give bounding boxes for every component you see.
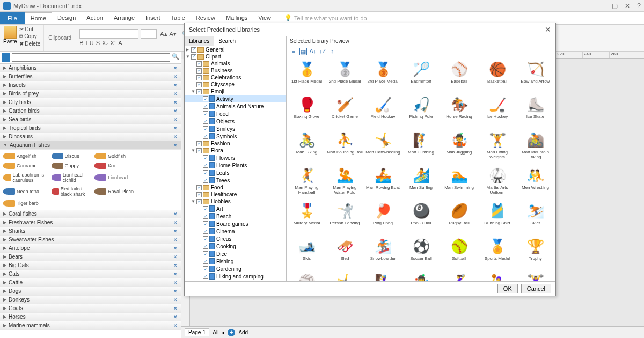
cut-button[interactable]: ✂ Cut bbox=[19, 26, 41, 32]
close-category-icon[interactable]: ✕ bbox=[173, 263, 178, 268]
library-item[interactable]: 🏆Trophy bbox=[517, 237, 553, 271]
close-category-icon[interactable]: ✕ bbox=[173, 306, 178, 311]
shape-item[interactable]: Discus bbox=[50, 152, 92, 160]
library-item[interactable]: ⚽Soccer Ball bbox=[403, 237, 439, 271]
tree-checkbox[interactable]: ✓ bbox=[203, 170, 208, 175]
tree-toggle-icon[interactable]: ▼ bbox=[186, 54, 191, 59]
all-pages-label[interactable]: All bbox=[213, 329, 218, 335]
library-item[interactable]: 🎣Fishing Pole bbox=[403, 95, 439, 129]
category-item[interactable]: ▶Cattle✕ bbox=[0, 278, 181, 287]
close-category-icon[interactable]: ✕ bbox=[173, 237, 178, 243]
tree-node[interactable]: ✓Flowers bbox=[185, 154, 286, 161]
close-category-icon[interactable]: ✕ bbox=[173, 117, 178, 122]
library-item[interactable]: 🤸‍♀️ bbox=[327, 272, 363, 281]
library-item[interactable]: 🤹‍♀️ bbox=[403, 272, 439, 281]
category-item[interactable]: ▶Sweatwater Fishes✕ bbox=[0, 236, 181, 244]
library-item[interactable]: 🛷Sled bbox=[327, 237, 363, 271]
library-item[interactable]: 🏄Man Surfing bbox=[403, 166, 439, 200]
font-select[interactable] bbox=[79, 29, 138, 39]
format-s-button[interactable]: S bbox=[96, 40, 100, 47]
tree-node[interactable]: ✓Home Plants bbox=[185, 161, 286, 169]
menu-tab-design[interactable]: Design bbox=[52, 12, 81, 24]
category-item[interactable]: ▶Donkeys✕ bbox=[0, 296, 181, 304]
tree-node[interactable]: ✓Animals bbox=[185, 60, 286, 67]
format-x¹-button[interactable]: X¹ bbox=[110, 40, 116, 47]
tree-checkbox[interactable]: ✓ bbox=[196, 61, 202, 67]
library-item[interactable]: ⛷️Skier bbox=[517, 201, 553, 236]
tree-node[interactable]: ✓Board games bbox=[185, 220, 286, 227]
tree-node[interactable]: ✓Hiking and camping bbox=[185, 273, 286, 280]
tree-checkbox[interactable]: ✓ bbox=[191, 54, 196, 60]
library-item[interactable]: 🎱Pool 8 Ball bbox=[403, 201, 439, 236]
menu-tab-action[interactable]: Action bbox=[81, 12, 108, 24]
category-item[interactable]: ▶Goats✕ bbox=[0, 304, 181, 313]
close-category-icon[interactable]: ✕ bbox=[173, 297, 178, 303]
tree-node[interactable]: ✓Art bbox=[185, 205, 286, 212]
sort-desc-icon[interactable]: ↓Z bbox=[319, 48, 326, 55]
close-category-icon[interactable]: ✕ bbox=[173, 100, 178, 105]
tree-checkbox[interactable]: ✓ bbox=[203, 244, 208, 249]
search-icon[interactable]: 🔍 bbox=[172, 53, 179, 62]
category-item[interactable]: ▶Dogs✕ bbox=[0, 287, 181, 296]
library-item[interactable]: 🚵Man Mountain Biking bbox=[517, 130, 553, 165]
shape-item[interactable]: Koi bbox=[93, 161, 135, 170]
shrink-font-icon[interactable]: A▾ bbox=[170, 31, 177, 38]
shape-item[interactable]: Guppy bbox=[50, 161, 92, 170]
panel-toggle-icon[interactable] bbox=[2, 53, 10, 62]
tree-checkbox[interactable]: ✓ bbox=[203, 274, 208, 279]
shape-item[interactable]: Labidochromis caeruleus bbox=[2, 171, 49, 184]
library-item[interactable]: 🏓Ping Pong bbox=[365, 201, 401, 236]
tree-checkbox[interactable]: ✓ bbox=[203, 178, 208, 183]
library-item[interactable]: 🏀Basketball bbox=[479, 60, 515, 94]
tree-node[interactable]: ✓Gardening bbox=[185, 265, 286, 273]
help-icon[interactable]: ? bbox=[637, 2, 641, 10]
tree-node[interactable]: ▼✓Emoji bbox=[185, 88, 286, 95]
category-item[interactable]: ▶Antelope✕ bbox=[0, 244, 181, 253]
library-item[interactable]: 🚴Man Biking bbox=[289, 130, 325, 165]
library-item[interactable]: 🚣Man Rowing Boat bbox=[365, 166, 401, 200]
category-item[interactable]: ▶Sharks✕ bbox=[0, 227, 181, 236]
library-item[interactable]: 🎿Skis bbox=[289, 237, 325, 271]
tree-checkbox[interactable]: ✓ bbox=[203, 221, 208, 226]
shape-item[interactable]: Red tailed black shark bbox=[50, 185, 92, 198]
tree-checkbox[interactable]: ✓ bbox=[196, 141, 202, 146]
category-item[interactable]: ▶Bears✕ bbox=[0, 253, 181, 261]
copy-button[interactable]: ⧉ Copy bbox=[19, 33, 41, 40]
library-item[interactable]: 🥋Martial Arts Uniform bbox=[479, 166, 515, 200]
tell-me-box[interactable]: 💡 Tell me what you want to do bbox=[281, 13, 409, 23]
dialog-close-icon[interactable]: ✕ bbox=[545, 25, 551, 34]
tree-node[interactable]: ✓Cityscape bbox=[185, 81, 286, 88]
format-x₂-button[interactable]: X₂ bbox=[102, 40, 108, 47]
tree-checkbox[interactable]: ✓ bbox=[203, 111, 208, 116]
tree-checkbox[interactable]: ✓ bbox=[196, 75, 202, 80]
grow-font-icon[interactable]: A▴ bbox=[160, 31, 167, 38]
library-item[interactable]: 🤾‍♀️ bbox=[441, 272, 477, 281]
library-item[interactable]: 🤽Man Playing Water Polo bbox=[327, 166, 363, 200]
paste-icon[interactable] bbox=[4, 26, 17, 39]
library-item[interactable]: 🏋️Man Lifting Weights bbox=[479, 130, 515, 165]
close-category-icon[interactable]: ✕ bbox=[173, 211, 178, 217]
tree-checkbox[interactable]: ✓ bbox=[203, 214, 208, 219]
category-item[interactable]: ▶City birds✕ bbox=[0, 98, 181, 107]
tree-node[interactable]: ▼✓Clipart bbox=[185, 53, 286, 60]
category-item[interactable]: ▶Sea birds✕ bbox=[0, 115, 181, 124]
tree-node[interactable]: ✓Objects bbox=[185, 117, 286, 125]
shape-item[interactable]: Angelfish bbox=[2, 152, 49, 160]
close-category-icon[interactable]: ✕ bbox=[173, 314, 178, 320]
library-item[interactable]: 🤾Man Playing Handball bbox=[289, 166, 325, 200]
ok-button[interactable]: OK bbox=[497, 284, 518, 293]
category-item[interactable]: ▶Marine mammals✕ bbox=[0, 321, 181, 330]
format-a-button[interactable]: A bbox=[118, 40, 122, 47]
tree-node[interactable]: ✓Hunting bbox=[185, 280, 286, 281]
delete-button[interactable]: ✖ Delete bbox=[19, 41, 41, 47]
library-item[interactable]: 🏹Bow and Arrow bbox=[517, 60, 553, 94]
tree-node[interactable]: ✓Beach bbox=[185, 212, 286, 220]
category-expanded[interactable]: ▼ Aquarium Fishes ✕ bbox=[0, 141, 181, 150]
tree-node[interactable]: ✓Dice bbox=[185, 250, 286, 258]
cancel-button[interactable]: Cancel bbox=[521, 284, 551, 293]
tree-node[interactable]: ✓Symbols bbox=[185, 133, 286, 140]
library-item[interactable]: 🏏Cricket Game bbox=[327, 95, 363, 129]
tree-checkbox[interactable]: ✓ bbox=[196, 185, 202, 190]
category-item[interactable]: ▶Birds of prey✕ bbox=[0, 90, 181, 98]
tree-node[interactable]: ✓Celebrations bbox=[185, 74, 286, 81]
